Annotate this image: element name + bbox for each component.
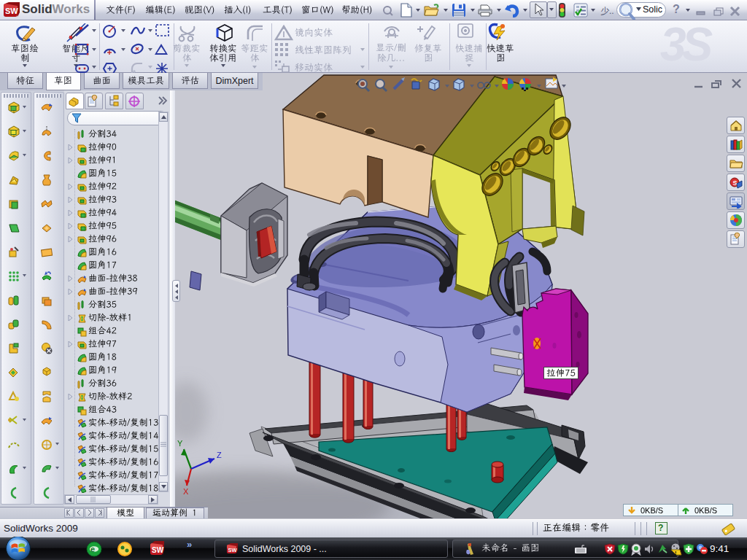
svg-text:SW: SW (228, 547, 237, 553)
svg-text:Z: Z (217, 451, 222, 459)
svg-text:e: e (90, 545, 95, 553)
svg-text:SW: SW (5, 7, 18, 15)
svg-text:!: ! (675, 551, 676, 556)
svg-text:S: S (733, 179, 738, 187)
svg-text:SW: SW (152, 546, 164, 554)
svg-text:Y: Y (177, 439, 183, 448)
svg-text:X: X (183, 487, 189, 496)
